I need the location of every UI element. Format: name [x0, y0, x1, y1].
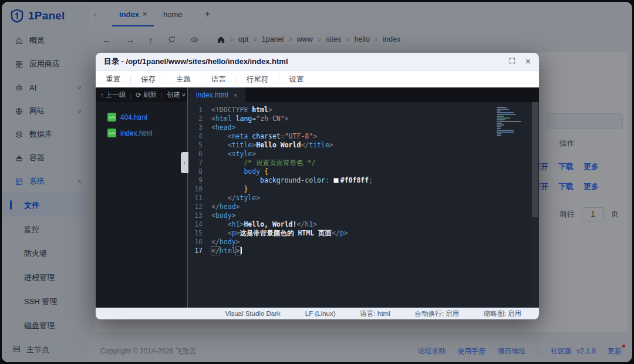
code-line-8: 8 body { — [188, 167, 539, 176]
minimap[interactable] — [497, 107, 527, 137]
fullscreen-icon[interactable] — [508, 56, 516, 67]
up-level-button[interactable]: ↑ 上一级 — [100, 90, 126, 99]
file-editor-modal: 目录 - /opt/1panel/www/sites/hello/index/i… — [96, 53, 539, 319]
html-file-icon: </> — [107, 129, 116, 137]
code-line-15: 15 <p>这是带背景颜色的 HTML 页面</p> — [188, 229, 539, 238]
code-line-11: 11 </style> — [188, 194, 539, 203]
color-swatch — [333, 178, 339, 183]
code-editor[interactable]: 1<!DOCTYPE html>2<html lang="zh-CN">3<he… — [188, 102, 539, 308]
code-line-2: 2<html lang="zh-CN"> — [188, 114, 539, 123]
editor-tab-index-html[interactable]: index.html × — [188, 87, 245, 102]
menu-item-语言[interactable]: 语言 — [201, 75, 237, 83]
code-line-17: 17</html> — [188, 247, 539, 255]
modal-titlebar: 目录 - /opt/1panel/www/sites/hello/index/i… — [96, 53, 539, 71]
editor-scrollbar[interactable] — [531, 102, 539, 308]
code-line-5: 5 <title>Hello World</title> — [188, 141, 539, 150]
code-line-10: 10 } — [188, 185, 539, 194]
status-item-1: LF (Linux) — [305, 310, 336, 317]
code-line-14: 14 <h1>Hello, World!</h1> — [188, 220, 539, 229]
menu-item-行尾符[interactable]: 行尾符 — [237, 75, 279, 83]
tree-file-index.html[interactable]: </>index.html — [96, 125, 187, 141]
create-button[interactable]: 创建 ∨ — [167, 90, 186, 99]
code-line-7: 7 /* 设置页面背景色 */ — [188, 159, 539, 167]
file-tree-list: </>404.html</>index.html — [96, 102, 187, 141]
status-item-3: 自动换行: 启用 — [415, 309, 459, 318]
editor-tabbar: index.html × — [188, 87, 539, 102]
code-line-6: 6 <style> — [188, 150, 539, 159]
scrollbar-thumb[interactable] — [532, 102, 538, 217]
html-file-icon: </> — [107, 113, 116, 122]
menu-item-重置[interactable]: 重置 — [96, 75, 131, 83]
code-line-1: 1<!DOCTYPE html> — [188, 106, 539, 114]
status-item-4: 缩略图: 启用 — [484, 309, 521, 318]
code-editor-panel: index.html × 1<!DOCTYPE html>2<html lang… — [188, 87, 539, 308]
code-line-16: 16</body> — [188, 238, 539, 247]
code-line-9: 9 background-color: #f0f8ff; — [188, 176, 539, 185]
close-icon[interactable]: × — [525, 57, 531, 66]
code-lines: 1<!DOCTYPE html>2<html lang="zh-CN">3<he… — [188, 106, 539, 255]
chevron-down-icon: ∨ — [181, 92, 186, 97]
status-item-0: Visual Studio Dark — [225, 310, 280, 317]
menu-item-设置[interactable]: 设置 — [279, 75, 314, 83]
panel-collapse-handle[interactable]: ‹ — [181, 152, 188, 173]
code-line-13: 13<body> — [188, 211, 539, 220]
editor-statusbar: Visual Studio DarkLF (Linux)语言: html自动换行… — [96, 308, 539, 319]
code-line-4: 4 <meta charset="UTF-8"> — [188, 132, 539, 141]
editor-body: ↑ 上一级 | ⟳ 刷新 | 创建 ∨ </>404.html</>index.… — [96, 87, 539, 308]
tree-file-404.html[interactable]: </>404.html — [96, 109, 187, 125]
tree-refresh-button[interactable]: ⟳ 刷新 — [136, 90, 157, 99]
file-tree-toolbar: ↑ 上一级 | ⟳ 刷新 | 创建 ∨ — [96, 87, 187, 102]
menu-item-主题[interactable]: 主题 — [166, 75, 201, 83]
text-cursor — [241, 247, 242, 254]
status-item-2: 语言: html — [360, 309, 390, 318]
editor-menubar: 重置保存主题语言行尾符设置 — [96, 71, 539, 87]
menu-item-保存[interactable]: 保存 — [131, 75, 166, 83]
code-line-12: 12</head> — [188, 203, 539, 211]
file-tree-panel: ↑ 上一级 | ⟳ 刷新 | 创建 ∨ </>404.html</>index.… — [96, 87, 188, 308]
modal-title: 目录 - /opt/1panel/www/sites/hello/index/i… — [104, 56, 288, 67]
app-window: 1Panel 概览应用商店AI∨网站∨数据库容器系统∧文件监控防火墙进程管理SS… — [2, 2, 632, 362]
editor-tab-close-icon[interactable]: × — [234, 92, 237, 99]
code-line-3: 3<head> — [188, 123, 539, 132]
